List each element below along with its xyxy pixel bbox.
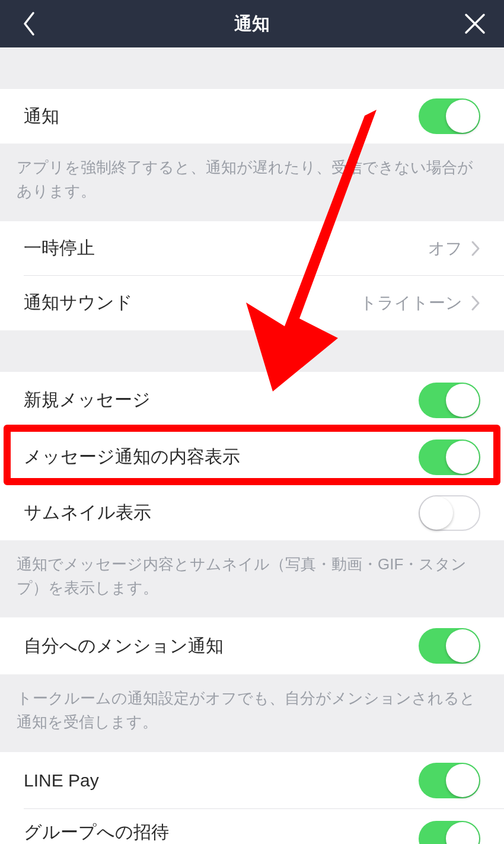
content-display-label: メッセージ通知の内容表示 [24,445,240,469]
sound-value: トライトーン [360,292,462,314]
chevron-right-icon [471,240,480,257]
pause-row[interactable]: 一時停止 オフ [0,221,504,276]
sound-row[interactable]: 通知サウンド トライトーン [0,276,504,330]
mention-label: 自分へのメンション通知 [24,634,224,658]
sound-label: 通知サウンド [24,291,133,315]
back-button[interactable] [14,9,44,39]
close-icon [464,12,486,35]
linepay-label: LINE Pay [24,770,99,791]
chevron-left-icon [21,11,37,37]
notifications-toggle[interactable] [419,98,480,134]
close-button[interactable] [460,9,490,39]
page-title: 通知 [234,12,270,36]
group-invite-row: グループへの招待 [0,809,504,844]
group-invite-label: グループへの招待 [24,820,169,844]
pause-value: オフ [428,237,462,260]
mention-row: 自分へのメンション通知 [0,617,504,674]
mention-footer: トークルームの通知設定がオフでも、自分がメンションされると通知を受信します。 [0,674,504,752]
content-display-toggle[interactable] [419,439,480,475]
content-display-row: メッセージ通知の内容表示 [0,429,504,486]
linepay-row: LINE Pay [0,752,504,809]
notifications-row: 通知 [0,89,504,144]
navigation-header: 通知 [0,0,504,47]
new-message-label: 新規メッセージ [24,388,151,412]
linepay-toggle[interactable] [419,763,480,798]
notifications-label: 通知 [24,104,59,129]
group-invite-toggle[interactable] [419,821,480,844]
notifications-footer: アプリを強制終了すると、通知が遅れたり、受信できない場合があります。 [0,144,504,221]
new-message-toggle[interactable] [419,383,480,418]
thumbnail-footer: 通知でメッセージ内容とサムネイル（写真・動画・GIF・スタンプ）を表示します。 [0,540,504,618]
thumbnail-label: サムネイル表示 [24,501,151,525]
mention-toggle[interactable] [419,628,480,664]
chevron-right-icon [471,295,480,311]
thumbnail-toggle[interactable] [419,495,480,531]
section-spacer [0,330,504,372]
new-message-row: 新規メッセージ [0,372,504,429]
pause-label: 一時停止 [24,236,95,260]
section-spacer [0,47,504,89]
thumbnail-row: サムネイル表示 [0,486,504,540]
